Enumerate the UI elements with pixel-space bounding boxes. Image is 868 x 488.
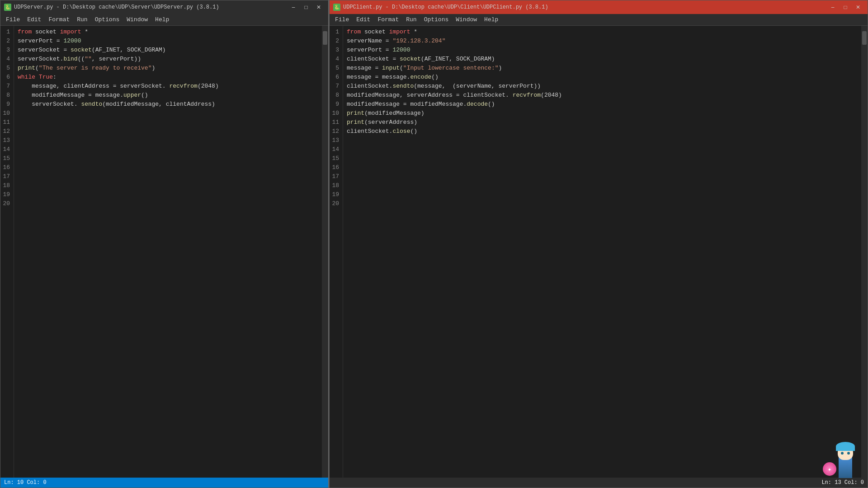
client-code-content[interactable]: from socket import * serverName = "192.1… <box>343 26 861 478</box>
client-menu-bar: File Edit Format Run Options Window Help <box>330 14 868 26</box>
server-window-icon: 🐍 <box>4 4 11 11</box>
client-menu-options[interactable]: Options <box>420 15 453 25</box>
client-editor-area[interactable]: 12345 678910 1112131415 1617181920 from … <box>330 26 868 478</box>
client-window: 🐍 UDPClient.py - D:\Desktop cache\UDP\Cl… <box>329 0 868 488</box>
server-window-controls: – □ ✕ <box>288 3 325 12</box>
client-status-text: Ln: 13 Col: 0 <box>821 479 864 486</box>
client-menu-edit[interactable]: Edit <box>353 15 374 25</box>
client-minimize-button[interactable]: – <box>827 3 839 12</box>
client-line-numbers: 12345 678910 1112131415 1617181920 <box>330 26 343 478</box>
server-code-content[interactable]: from socket import * serverPort = 12000 … <box>14 26 322 478</box>
server-menu-options[interactable]: Options <box>91 15 123 25</box>
client-window-title: UDPClient.py - D:\Desktop cache\UDP\Clie… <box>343 4 827 10</box>
client-menu-help[interactable]: Help <box>481 15 502 25</box>
client-title-bar: 🐍 UDPClient.py - D:\Desktop cache\UDP\Cl… <box>330 0 868 14</box>
server-status-bar: Ln: 10 Col: 0 <box>0 478 328 488</box>
server-window: 🐍 UDPServer.py - D:\Desktop cache\UDP\Se… <box>0 0 329 488</box>
server-close-button[interactable]: ✕ <box>313 3 325 12</box>
server-menu-run[interactable]: Run <box>73 15 91 25</box>
server-line-numbers: 12345 678910 1112131415 1617181920 <box>0 26 14 478</box>
server-menu-bar: File Edit Format Run Options Window Help <box>0 14 328 26</box>
client-window-controls: – □ ✕ <box>827 3 864 12</box>
server-scrollbar-thumb[interactable] <box>323 31 327 45</box>
server-menu-edit[interactable]: Edit <box>24 15 45 25</box>
client-scrollbar[interactable] <box>861 26 868 478</box>
server-title-bar: 🐍 UDPServer.py - D:\Desktop cache\UDP\Se… <box>0 0 328 14</box>
server-menu-format[interactable]: Format <box>45 15 73 25</box>
main-container: 🐍 UDPServer.py - D:\Desktop cache\UDP\Se… <box>0 0 868 488</box>
client-menu-run[interactable]: Run <box>402 15 420 25</box>
client-scrollbar-thumb[interactable] <box>862 31 867 45</box>
client-menu-format[interactable]: Format <box>374 15 402 25</box>
client-menu-file[interactable]: File <box>331 15 353 25</box>
client-maximize-button[interactable]: □ <box>840 3 851 12</box>
server-menu-file[interactable]: File <box>2 15 24 25</box>
server-minimize-button[interactable]: – <box>288 3 299 12</box>
server-editor-area[interactable]: 12345 678910 1112131415 1617181920 from … <box>0 26 328 478</box>
client-status-bar: Ln: 13 Col: 0 <box>330 478 868 488</box>
server-maximize-button[interactable]: □ <box>300 3 312 12</box>
server-window-title: UDPServer.py - D:\Desktop cache\UDP\Serv… <box>14 4 288 10</box>
server-scrollbar[interactable] <box>322 26 328 478</box>
server-status-text: Ln: 10 Col: 0 <box>4 479 47 486</box>
client-menu-window[interactable]: Window <box>452 15 481 25</box>
server-menu-help[interactable]: Help <box>151 15 173 25</box>
server-menu-window[interactable]: Window <box>123 15 151 25</box>
client-close-button[interactable]: ✕ <box>852 3 864 12</box>
client-window-icon: 🐍 <box>333 4 340 11</box>
